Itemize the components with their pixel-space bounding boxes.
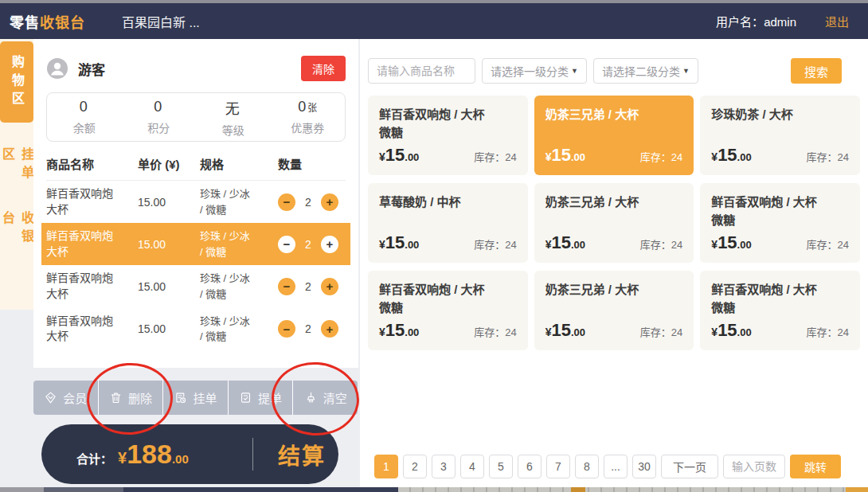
page-button[interactable]: ... (604, 455, 628, 478)
product-price-dec: .00 (405, 151, 419, 163)
page-button[interactable]: 5 (489, 455, 513, 478)
delete-button[interactable]: 删除 (99, 381, 164, 415)
customer-stat: 无 等级 (196, 97, 271, 138)
product-card[interactable]: 奶茶三兄弟 / 大杯 ¥ 15 .00 库存：24 (534, 96, 694, 175)
product-search-input[interactable] (368, 58, 475, 84)
product-stock: 库存：24 (474, 149, 516, 164)
page-button[interactable]: 6 (518, 455, 542, 478)
page-button[interactable]: 30 (632, 455, 656, 478)
clear-cart-button-label: 清空 (323, 389, 347, 406)
pickup-order-button-label: 提单 (258, 389, 282, 406)
cart-row[interactable]: 鲜百香双响炮 大杯 15.00 珍珠 / 少冰 / 微糖 − 2 + (41, 181, 350, 223)
sidebar-tab-cashier[interactable]: 收银台 (0, 211, 33, 260)
product-stock: 库存：24 (474, 324, 516, 339)
search-button[interactable]: 搜索 (791, 58, 842, 84)
product-card-bottom: ¥ 15 .00 库存：24 (379, 320, 517, 341)
product-card[interactable]: 珍珠奶茶 / 大杯 ¥ 15 .00 库存：24 (700, 96, 860, 175)
qty-plus-button[interactable]: + (321, 236, 338, 253)
product-card-bottom: ¥ 15 .00 库存：24 (711, 232, 849, 253)
product-price-dec: .00 (405, 326, 419, 338)
sidebar-tab-shopping[interactable]: 购物区 (0, 41, 33, 123)
product-card[interactable]: 奶茶三兄弟 / 大杯 ¥ 15 .00 库存：24 (534, 183, 694, 263)
product-card[interactable]: 鲜百香双响炮 / 大杯 微糖 ¥ 15 .00 库存：24 (700, 183, 860, 263)
cart-item-qty-controls: − 2 + (278, 236, 346, 253)
page-buttons: 1 2 3 4 5 6 7 8 ... 30 (374, 455, 656, 478)
product-price-int: 15 (551, 232, 570, 253)
stat-value: 0 (298, 99, 306, 115)
page-button[interactable]: 1 (374, 455, 398, 478)
qty-minus-button[interactable]: − (278, 278, 295, 295)
product-card-bottom: ¥ 15 .00 库存：24 (379, 232, 517, 253)
store-name: 百果园白新 ... (122, 12, 200, 31)
page-button[interactable]: 4 (460, 455, 484, 478)
page-button[interactable]: 3 (432, 455, 456, 478)
cart-item-spec: 珍珠 / 少冰 / 微糖 (200, 186, 278, 217)
jump-button[interactable]: 跳转 (790, 455, 841, 478)
customer-stat: 0张 优惠券 (271, 99, 346, 135)
sidebar-tab-label: 购物区 (7, 55, 26, 110)
product-price-dec: .00 (737, 239, 752, 251)
product-price-int: 15 (717, 145, 737, 166)
product-name: 奶茶三兄弟 / 大杯 (545, 280, 683, 299)
product-grid: 鲜百香双响炮 / 大杯 微糖 ¥ 15 .00 库存：24 奶 (368, 96, 860, 350)
customer-avatar-icon (46, 57, 68, 80)
product-card[interactable]: 鲜百香双响炮 / 大杯 微糖 ¥ 15 .00 库存：24 (700, 271, 860, 350)
total-bar: 合计： ¥ 188 .00 结算 (41, 424, 338, 484)
app-title: 零售收银台 (10, 11, 85, 32)
pos-app: 零售收银台 百果园白新 ... 用户名：admin 退出 购物区 挂单区 收银台 (0, 0, 868, 492)
total-amount-dec: .00 (172, 452, 189, 466)
qty-plus-button[interactable]: + (321, 193, 338, 211)
product-price-int: 15 (717, 320, 737, 341)
member-button-label: 会员 (63, 389, 87, 406)
product-card[interactable]: 草莓酸奶 / 中杯 ¥ 15 .00 库存：24 (368, 183, 528, 263)
product-card[interactable]: 奶茶三兄弟 / 大杯 ¥ 15 .00 库存：24 (534, 271, 694, 350)
product-stock: 库存：24 (807, 324, 849, 339)
category1-select[interactable]: 请选择一级分类 ▼ (482, 58, 587, 84)
stat-label: 等级 (196, 122, 271, 138)
product-card-bottom: ¥ 15 .00 库存：24 (545, 232, 683, 253)
page-button[interactable]: 7 (546, 455, 570, 478)
qty-plus-button[interactable]: + (321, 320, 338, 338)
clear-customer-button[interactable]: 清除 (301, 56, 346, 81)
hold-order-icon (174, 391, 187, 404)
bottom-edge-artifact (0, 487, 868, 492)
pickup-order-button[interactable]: 提单 (229, 381, 294, 415)
product-currency: ¥ (379, 238, 385, 251)
product-card[interactable]: 鲜百香双响炮 / 大杯 微糖 ¥ 15 .00 库存：24 (368, 96, 528, 175)
logout-link[interactable]: 退出 (825, 13, 849, 29)
product-card[interactable]: 鲜百香双响炮 / 大杯 微糖 ¥ 15 .00 库存：24 (368, 271, 528, 350)
qty-minus-button[interactable]: − (278, 236, 295, 253)
hold-order-button[interactable]: 挂单 (163, 381, 229, 415)
cart-row[interactable]: 鲜百香双响炮 大杯 15.00 珍珠 / 少冰 / 微糖 − 2 + (41, 265, 350, 307)
cart-item-spec: 珍珠 / 少冰 / 微糖 (200, 314, 278, 345)
clear-cart-button[interactable]: 清空 (293, 381, 358, 415)
page-number-input[interactable] (723, 455, 785, 478)
checkout-button[interactable]: 结算 (265, 424, 338, 484)
total-amount: 合计： ¥ 188 .00 (76, 439, 189, 470)
pickup-order-icon (239, 391, 252, 404)
cart-row[interactable]: 鲜百香双响炮 大杯 15.00 珍珠 / 少冰 / 微糖 − 2 + (41, 223, 350, 265)
username-value: admin (764, 15, 796, 29)
username-label: 用户名： (716, 15, 764, 29)
member-button[interactable]: 会员 (33, 381, 99, 415)
product-stock: 库存：24 (807, 236, 849, 252)
page-button[interactable]: 2 (403, 455, 427, 478)
category2-select[interactable]: 请选择二级分类 ▼ (593, 58, 698, 84)
qty-minus-button[interactable]: − (278, 193, 295, 211)
stat-label: 余额 (47, 119, 122, 135)
search-row: 请选择一级分类 ▼ 请选择二级分类 ▼ 搜索 (368, 58, 868, 84)
page-button[interactable]: 8 (575, 455, 599, 478)
qty-minus-button[interactable]: − (278, 320, 295, 338)
cart-row[interactable]: 鲜百香双响炮 大杯 15.00 珍珠 / 少冰 / 微糖 − 2 + (41, 308, 350, 350)
next-page-button[interactable]: 下一页 (661, 455, 718, 478)
app-title-primary: 零售 (10, 15, 40, 31)
member-icon (44, 391, 57, 404)
product-stock: 库存：24 (474, 236, 516, 252)
sidebar-tab-held-orders[interactable]: 挂单区 (0, 147, 33, 197)
stat-value: 无 (225, 101, 240, 117)
product-name: 奶茶三兄弟 / 大杯 (545, 193, 683, 211)
qty-plus-button[interactable]: + (321, 278, 338, 295)
total-currency: ¥ (118, 449, 127, 467)
product-name: 珍珠奶茶 / 大杯 (711, 105, 849, 123)
clear-cart-icon (304, 391, 318, 404)
